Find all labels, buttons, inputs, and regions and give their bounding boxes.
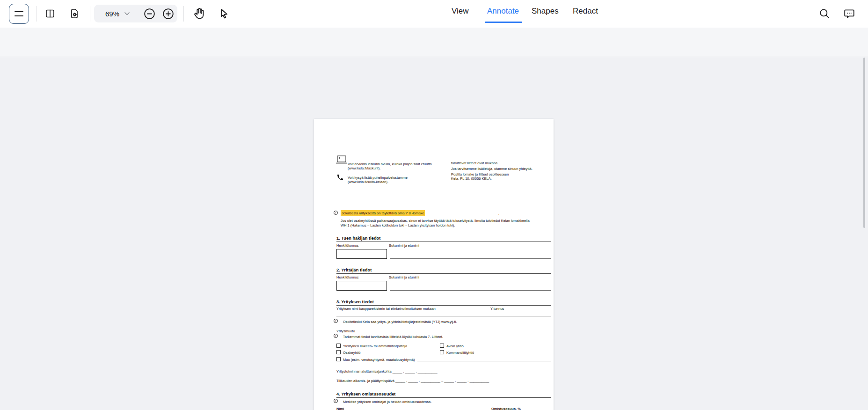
intro-phone-line2: (www.kela.fi/soita-kelaan). <box>348 180 388 184</box>
s2-hetu-label: Henkilötunnus <box>336 275 359 279</box>
phone-icon <box>336 174 344 181</box>
section-1-title: 1. Tuen hakijan tiedot <box>336 236 380 241</box>
checkbox-limited-partnership <box>440 350 444 354</box>
top-toolbar: 69% View Annotate Shapes Redact <box>0 0 868 28</box>
cursor-icon <box>218 7 230 20</box>
checkbox-limited-company-label: Osakeyhtiö <box>343 351 361 355</box>
active-tab-underline <box>485 22 522 23</box>
document-settings-icon <box>69 8 80 19</box>
hand-icon <box>193 7 206 20</box>
document-settings-button[interactable] <box>69 8 80 19</box>
menu-button[interactable] <box>9 4 29 24</box>
s1-hetu-label: Henkilötunnus <box>336 243 359 248</box>
section-rule <box>336 273 551 274</box>
info-icon <box>334 211 338 215</box>
info-icon <box>334 319 338 323</box>
search-button[interactable] <box>818 7 831 20</box>
intro-phone-line1: Voit kysyä lisää puhelinpalvelustamme <box>348 176 408 180</box>
search-icon <box>818 7 831 20</box>
tab-redact[interactable]: Redact <box>572 7 599 16</box>
s4-info: Merkitse yrityksen omistajat ja heidän o… <box>343 400 431 404</box>
s3-company-field-line <box>336 316 551 316</box>
checkbox-general-partnership-label: Avoin yhtiö <box>446 344 464 348</box>
laptop-icon <box>336 155 348 165</box>
owners-col-name: Nimi <box>336 407 344 410</box>
menu-icon <box>15 11 23 12</box>
s3-attachments-info: Tarkemmat tiedot tarvittavista liitteist… <box>343 335 443 339</box>
intro-right-line3: Postita lomake ja liitteet osoitteeseen <box>451 172 509 176</box>
checkbox-limited-company <box>336 350 341 354</box>
checkbox-limited-partnership-label: Kommandiittiyhtiö <box>446 351 474 355</box>
s3-business-id-label: Y-tunnus <box>490 307 504 311</box>
comments-icon <box>843 7 855 20</box>
intro-right-line2: Jos tarvitsemme lisätietoja, otamme sinu… <box>451 167 532 171</box>
highlight-period: . <box>498 212 499 216</box>
tab-shapes[interactable]: Shapes <box>531 7 560 16</box>
zoom-out-icon <box>144 8 155 20</box>
zoom-out-button[interactable] <box>144 8 155 20</box>
section-rule <box>336 305 551 306</box>
s1-hetu-field <box>336 249 387 259</box>
checkbox-private-trader <box>336 344 341 348</box>
section-2-title: 2. Yrittäjän tiedot <box>336 268 372 272</box>
divider <box>90 6 90 22</box>
intro-calc-line2: (www.kela.fi/laskurit). <box>348 166 380 170</box>
checkbox-private-trader-label: Yksityinen liikkeen- tai ammatinharjoitt… <box>343 344 407 348</box>
s2-name-label: Sukunimi ja etunimi <box>389 275 419 279</box>
checkbox-other <box>336 357 341 361</box>
s3-address-info: Osoitetiedot Kela saa yritys- ja yhteisö… <box>343 320 457 324</box>
s1-name-label: Sukunimi ja etunimi <box>389 243 419 248</box>
divider <box>36 6 36 22</box>
start-date-blanks: _____ . _____ . __________ <box>393 369 438 373</box>
zoom-in-icon <box>162 8 174 20</box>
s2-hetu-field <box>336 281 387 291</box>
start-date-line: Yritystoiminnan aloittamisajankohta ____… <box>336 369 438 373</box>
zoom-level-value[interactable]: 69% <box>105 10 119 18</box>
tab-annotate[interactable]: Annotate <box>486 7 520 16</box>
notice-body-line2: WH 1 (Hakemus – Lasten kotihoidon tuki –… <box>341 223 455 227</box>
notice-body-line1: Jos olet osakeyhtiössä palkansaajaosakas… <box>341 219 530 223</box>
annotate-toolbar: A A A A aA <box>0 28 868 57</box>
section-3-title: 3. Yrityksen tiedot <box>336 300 374 304</box>
divider <box>183 6 184 22</box>
s1-name-field-line <box>390 258 551 259</box>
intro-right-line4: Kela, PL 10, 00056 KELA. <box>451 176 492 181</box>
highlight-annotation[interactable]: Jokaisesta yrityksestä on täytettävä oma… <box>341 210 425 216</box>
intro-right-line1: tarvittavat liitteet ovat mukana. <box>451 161 498 165</box>
document-viewport[interactable]: Voit arvioida laskurin avulla, kuinka pa… <box>0 57 868 410</box>
owners-col-share: Omistusosuus, % <box>491 407 521 410</box>
split-view-icon <box>44 8 56 19</box>
checkbox-general-partnership <box>440 344 444 348</box>
fiscal-period-blanks: _____ . _____ . __________ – _____ . ___… <box>395 379 489 383</box>
section-4-title: 4. Yrityksen omistusosuudet <box>336 392 395 396</box>
s3-form-label: Yritysmuoto <box>336 329 355 333</box>
comments-button[interactable] <box>843 7 855 20</box>
select-tool-button[interactable] <box>218 7 230 20</box>
pdf-page-1[interactable]: Voit arvioida laskurin avulla, kuinka pa… <box>314 119 554 410</box>
section-rule <box>336 242 551 242</box>
zoom-control: 69% <box>94 5 177 22</box>
split-view-button[interactable] <box>44 8 56 19</box>
s3-company-name-label: Yrityksen nimi kaupparekisterin tai elin… <box>336 307 436 311</box>
chevron-down-icon[interactable] <box>124 12 130 16</box>
fiscal-period-line: Tilikauden alkamis- ja päättymispäivä __… <box>336 379 489 383</box>
info-icon <box>334 399 338 403</box>
info-icon <box>334 334 338 338</box>
intro-calc-line1: Voit arvioida laskurin avulla, kuinka pa… <box>348 162 432 166</box>
vertical-scrollbar-thumb[interactable] <box>863 58 865 228</box>
other-field-line <box>417 361 551 361</box>
s2-name-field-line <box>390 290 551 291</box>
zoom-in-button[interactable] <box>162 8 174 20</box>
checkbox-other-label: Muu (esim. verotusyhtymä, maatalousyhtym… <box>343 358 415 362</box>
hand-tool-button[interactable] <box>193 7 206 20</box>
section-rule <box>336 397 551 398</box>
tab-view[interactable]: View <box>451 7 470 16</box>
